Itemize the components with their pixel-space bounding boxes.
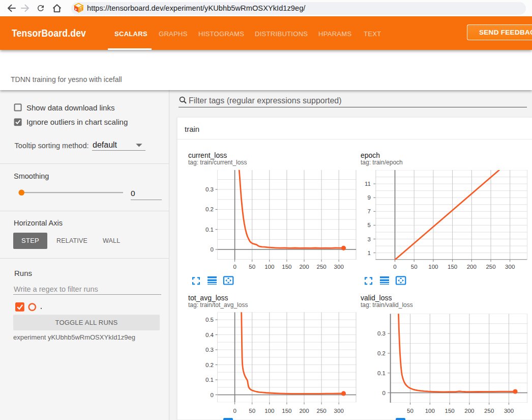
svg-text:50: 50 — [411, 264, 418, 270]
svg-text:150: 150 — [445, 408, 455, 414]
svg-text:200: 200 — [299, 408, 309, 414]
svg-text:0.2: 0.2 — [205, 362, 214, 368]
svg-text:200: 200 — [464, 408, 474, 414]
svg-text:0.3: 0.3 — [377, 330, 386, 337]
svg-text:150: 150 — [282, 264, 291, 270]
svg-text:100: 100 — [264, 408, 274, 414]
svg-text:3: 3 — [368, 236, 371, 242]
svg-text:0: 0 — [233, 408, 236, 414]
svg-text:300: 300 — [504, 408, 514, 414]
svg-text:100: 100 — [425, 408, 435, 414]
svg-text:250: 250 — [486, 264, 495, 270]
svg-text:150: 150 — [448, 264, 457, 270]
svg-text:250: 250 — [317, 264, 327, 270]
svg-text:250: 250 — [317, 408, 327, 414]
svg-text:1: 1 — [368, 250, 371, 256]
svg-text:7: 7 — [368, 208, 371, 214]
svg-text:0.4: 0.4 — [205, 332, 214, 338]
svg-text:300: 300 — [334, 264, 344, 270]
svg-text:0: 0 — [393, 264, 396, 270]
svg-text:0.2: 0.2 — [205, 206, 214, 212]
svg-text:0.5: 0.5 — [205, 317, 214, 323]
svg-text:200: 200 — [467, 264, 477, 270]
svg-text:0: 0 — [382, 390, 386, 396]
svg-text:5: 5 — [368, 222, 371, 228]
svg-text:0: 0 — [211, 246, 214, 253]
svg-text:100: 100 — [428, 264, 438, 270]
svg-text:50: 50 — [407, 408, 413, 414]
svg-text:0.3: 0.3 — [205, 186, 214, 192]
svg-text:11: 11 — [365, 181, 371, 187]
svg-text:150: 150 — [282, 408, 291, 414]
svg-text:0.1: 0.1 — [205, 377, 214, 383]
svg-text:0.1: 0.1 — [205, 227, 214, 233]
svg-text:300: 300 — [505, 264, 515, 270]
svg-text:0.1: 0.1 — [377, 370, 386, 376]
svg-text:100: 100 — [264, 264, 274, 270]
svg-text:0.3: 0.3 — [205, 347, 214, 353]
svg-text:50: 50 — [249, 264, 255, 270]
svg-text:250: 250 — [484, 408, 494, 414]
svg-text:200: 200 — [299, 264, 309, 270]
svg-text:0: 0 — [233, 264, 236, 270]
svg-text:300: 300 — [334, 408, 344, 414]
svg-text:50: 50 — [249, 408, 255, 414]
svg-text:9: 9 — [368, 194, 371, 201]
svg-text:0.2: 0.2 — [377, 350, 386, 356]
svg-text:0: 0 — [211, 392, 214, 398]
